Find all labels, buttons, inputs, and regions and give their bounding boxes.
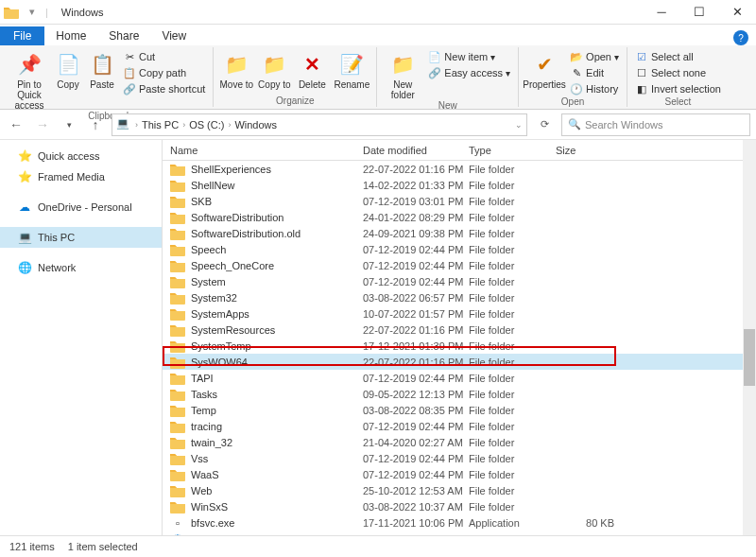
file-row[interactable]: WaaS07-12-2019 02:44 PMFile folder — [163, 466, 756, 482]
file-icon — [170, 306, 185, 322]
delete-button[interactable]: ✕Delete — [295, 49, 329, 90]
forward-button[interactable]: → — [32, 114, 53, 135]
file-icon — [170, 387, 185, 402]
paste-shortcut-button[interactable]: 🔗Paste shortcut — [121, 81, 207, 96]
file-date: 07-12-2019 02:44 PM — [363, 373, 469, 384]
file-row[interactable]: SystemResources22-07-2022 01:16 PMFile f… — [163, 322, 756, 338]
file-name: SystemApps — [191, 308, 363, 320]
scrollbar-thumb[interactable] — [744, 329, 755, 386]
file-name: SKB — [191, 196, 363, 207]
breadcrumb[interactable]: 💻 › This PC › OS (C:) › Windows ⌄ — [112, 113, 527, 136]
column-size[interactable]: Size — [556, 145, 622, 156]
nav-item[interactable]: ⭐Framed Media — [0, 166, 162, 187]
move-to-button[interactable]: 📁Move to — [219, 49, 253, 90]
file-date: 24-01-2022 08:29 PM — [363, 212, 469, 223]
file-row[interactable]: SoftwareDistribution.old24-09-2021 09:38… — [163, 225, 756, 241]
properties-button[interactable]: ✔Properties — [524, 49, 564, 90]
minimize-button[interactable]: ─ — [643, 0, 680, 25]
file-date: 07-12-2019 02:44 PM — [363, 276, 469, 287]
file-type: File folder — [469, 292, 556, 304]
file-icon — [170, 162, 185, 177]
file-row[interactable]: SKB07-12-2019 03:01 PMFile folder — [163, 193, 756, 209]
open-button[interactable]: 📂Open ▾ — [568, 49, 621, 64]
tab-home[interactable]: Home — [44, 26, 97, 45]
column-date[interactable]: Date modified — [363, 145, 469, 156]
file-size: 66 KB — [556, 533, 622, 536]
file-type: File folder — [469, 340, 556, 352]
nav-item[interactable]: 🌐Network — [0, 257, 162, 278]
file-row[interactable]: SoftwareDistribution24-01-2022 08:29 PMF… — [163, 209, 756, 225]
breadcrumb-item[interactable]: OS (C:) — [187, 119, 226, 131]
scrollbar[interactable] — [743, 140, 756, 535]
help-button[interactable]: ? — [733, 30, 748, 45]
breadcrumb-item[interactable]: This PC — [140, 119, 180, 131]
copy-path-button[interactable]: 📋Copy path — [121, 65, 207, 80]
refresh-button[interactable]: ⟳ — [533, 113, 556, 136]
file-type: Application — [469, 517, 556, 529]
select-none-button[interactable]: ☐Select none — [633, 65, 723, 80]
chevron-down-icon[interactable]: ⌄ — [515, 120, 523, 130]
file-row[interactable]: twain_3221-04-2020 02:27 AMFile folder — [163, 434, 756, 450]
file-row[interactable]: Tasks09-05-2022 12:13 PMFile folder — [163, 386, 756, 402]
file-row[interactable]: ⚙bootstat.dat03-08-2022 08:33 PMDAT66 KB — [163, 531, 756, 535]
maximize-button[interactable]: ☐ — [680, 0, 718, 25]
recent-locations-button[interactable]: ▾ — [59, 114, 79, 135]
rename-button[interactable]: 📝Rename — [333, 49, 370, 90]
file-row[interactable]: System07-12-2019 02:44 PMFile folder — [163, 273, 756, 289]
file-row[interactable]: Vss07-12-2019 02:44 PMFile folder — [163, 450, 756, 466]
new-item-button[interactable]: 📄New item ▾ — [426, 49, 512, 64]
pin-quick-access-button[interactable]: 📌Pin to Quick access — [9, 49, 49, 111]
file-icon: ▫ — [170, 515, 185, 531]
file-type: File folder — [469, 485, 556, 496]
search-input[interactable]: 🔍 Search Windows — [561, 113, 750, 136]
tab-view[interactable]: View — [150, 26, 198, 45]
file-date: 07-12-2019 02:44 PM — [363, 421, 469, 432]
file-row[interactable]: SysWOW6422-07-2022 01:16 PMFile folder — [163, 354, 756, 370]
file-icon — [170, 194, 185, 209]
folder-icon — [4, 5, 19, 20]
copy-to-button[interactable]: 📁Copy to — [257, 49, 291, 90]
nav-item[interactable]: ⭐Quick access — [0, 146, 162, 166]
file-row[interactable]: ▫bfsvc.exe17-11-2021 10:06 PMApplication… — [163, 514, 756, 531]
select-all-button[interactable]: ☑Select all — [633, 49, 723, 64]
up-button[interactable]: ↑ — [85, 114, 106, 135]
file-row[interactable]: tracing07-12-2019 02:44 PMFile folder — [163, 418, 756, 434]
file-date: 25-10-2012 12:53 AM — [363, 485, 469, 496]
history-button[interactable]: 🕐History — [568, 81, 621, 96]
close-button[interactable]: ✕ — [718, 0, 756, 25]
file-row[interactable]: WinSxS03-08-2022 10:37 AMFile folder — [163, 498, 756, 514]
file-row[interactable]: ShellExperiences22-07-2022 01:16 PMFile … — [163, 161, 756, 177]
file-name: System — [191, 276, 363, 287]
qat-item[interactable]: ▾ — [25, 5, 40, 20]
tab-share[interactable]: Share — [97, 26, 150, 45]
file-row[interactable]: ShellNew14-02-2022 01:33 PMFile folder — [163, 177, 756, 193]
column-type[interactable]: Type — [469, 145, 556, 156]
paste-button[interactable]: 📋Paste — [87, 49, 117, 90]
file-row[interactable]: SystemApps10-07-2022 01:57 PMFile folder — [163, 305, 756, 322]
cut-button[interactable]: ✂Cut — [121, 49, 207, 64]
file-row[interactable]: TAPI07-12-2019 02:44 PMFile folder — [163, 370, 756, 386]
file-row[interactable]: Speech07-12-2019 02:44 PMFile folder — [163, 241, 756, 257]
selected-count: 1 item selected — [68, 541, 138, 552]
cloud-icon: ☁ — [17, 200, 32, 215]
nav-item[interactable]: ☁OneDrive - Personal — [0, 197, 162, 218]
file-row[interactable]: System3203-08-2022 06:57 PMFile folder — [163, 289, 756, 305]
copy-button[interactable]: 📄Copy — [53, 49, 83, 90]
file-icon — [170, 322, 185, 338]
file-name: Speech — [191, 244, 363, 255]
file-row[interactable]: Web25-10-2012 12:53 AMFile folder — [163, 482, 756, 498]
file-row[interactable]: Speech_OneCore07-12-2019 02:44 PMFile fo… — [163, 257, 756, 273]
nav-item[interactable]: 💻This PC — [0, 227, 162, 248]
back-button[interactable]: ← — [6, 114, 26, 135]
file-row[interactable]: Temp03-08-2022 08:35 PMFile folder — [163, 402, 756, 418]
window-title: Windows — [61, 7, 104, 18]
file-list: Name Date modified Type Size ShellExperi… — [163, 140, 756, 535]
tab-file[interactable]: File — [0, 26, 44, 45]
new-folder-button[interactable]: 📁New folder — [383, 49, 422, 100]
invert-selection-button[interactable]: ◧Invert selection — [633, 81, 723, 96]
breadcrumb-item[interactable]: Windows — [232, 119, 279, 131]
easy-access-button[interactable]: 🔗Easy access ▾ — [426, 65, 512, 80]
edit-button[interactable]: ✎Edit — [568, 65, 621, 80]
file-row[interactable]: SystemTemp17-12-2021 01:39 PMFile folder — [163, 338, 756, 354]
column-name[interactable]: Name — [170, 145, 363, 156]
